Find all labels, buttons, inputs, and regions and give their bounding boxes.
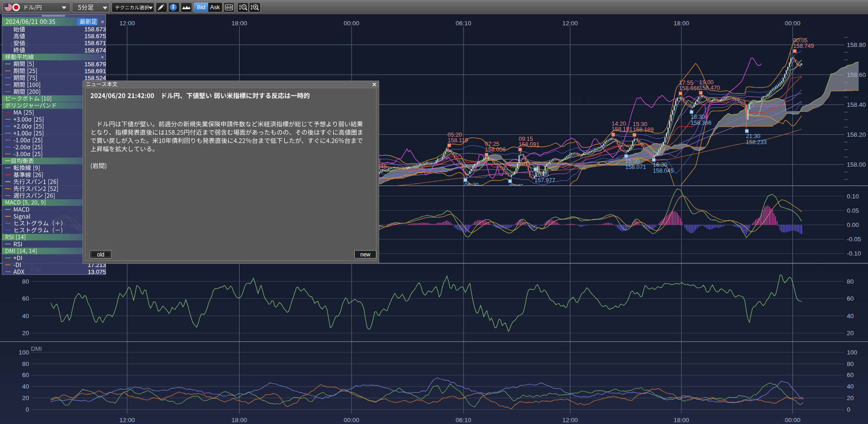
svg-text:0: 0 — [847, 406, 850, 413]
svg-text:158.091: 158.091 — [519, 141, 540, 148]
svg-text:158.674: 158.674 — [84, 47, 106, 54]
svg-text:158.60: 158.60 — [847, 71, 866, 78]
svg-text:158.056: 158.056 — [485, 146, 506, 153]
svg-text:0.10: 0.10 — [847, 193, 859, 200]
svg-text:158.233: 158.233 — [746, 139, 767, 145]
svg-text:158.40: 158.40 — [847, 101, 866, 108]
svg-text:40: 40 — [847, 383, 854, 390]
svg-text:-0.05: -0.05 — [847, 236, 861, 243]
svg-text:18:30: 18:30 — [691, 114, 705, 120]
svg-text:06:10: 06:10 — [456, 20, 471, 27]
svg-text:158.071: 158.071 — [625, 164, 646, 170]
svg-text:158.466: 158.466 — [679, 85, 700, 92]
svg-text:12:00: 12:00 — [119, 20, 135, 27]
svg-text:16:30: 16:30 — [653, 162, 667, 168]
svg-text:158.673: 158.673 — [84, 26, 106, 33]
svg-text:18:00: 18:00 — [232, 417, 247, 424]
svg-text:60: 60 — [847, 372, 854, 378]
svg-text:158.470: 158.470 — [699, 85, 720, 91]
svg-text:60: 60 — [22, 372, 29, 378]
svg-text:0.00: 0.00 — [847, 221, 859, 228]
svg-text:80: 80 — [22, 360, 29, 367]
svg-text:-0.10: -0.10 — [847, 250, 861, 257]
svg-text:00:00: 00:00 — [344, 20, 359, 27]
svg-text:00:00: 00:00 — [785, 20, 801, 27]
svg-text:20: 20 — [847, 395, 854, 401]
svg-text:18:00: 18:00 — [674, 20, 689, 27]
svg-text:158.119: 158.119 — [448, 137, 468, 144]
svg-text:15:00: 15:00 — [625, 158, 639, 164]
svg-text:158.366: 158.366 — [691, 120, 711, 126]
svg-text:0.05: 0.05 — [847, 207, 859, 214]
svg-text:10:05: 10:05 — [534, 171, 549, 178]
svg-text:06:10: 06:10 — [456, 417, 471, 424]
svg-text:20: 20 — [847, 330, 854, 337]
svg-text:60: 60 — [22, 295, 29, 302]
svg-text:40: 40 — [22, 313, 29, 319]
svg-text:13.075: 13.075 — [88, 268, 106, 275]
svg-text:158.671: 158.671 — [84, 40, 106, 46]
svg-text:0: 0 — [25, 406, 29, 413]
svg-text:60: 60 — [847, 295, 854, 302]
svg-text:12:00: 12:00 — [119, 417, 135, 424]
svg-text:00:00: 00:00 — [785, 417, 801, 424]
svg-text:DMI: DMI — [31, 345, 42, 352]
svg-text:158.191: 158.191 — [612, 126, 633, 133]
svg-text:12:00: 12:00 — [563, 20, 578, 27]
svg-text:158.20: 158.20 — [847, 131, 866, 138]
svg-text:40: 40 — [847, 313, 854, 319]
svg-text:80: 80 — [847, 360, 854, 367]
svg-text:158.80: 158.80 — [847, 41, 866, 48]
svg-text:158.749: 158.749 — [793, 43, 814, 49]
svg-text:100: 100 — [847, 349, 857, 356]
svg-text:×: × — [101, 19, 104, 25]
svg-text:158.691: 158.691 — [84, 68, 106, 75]
svg-text:80: 80 — [22, 278, 29, 285]
svg-text:21:30: 21:30 — [746, 133, 760, 139]
svg-text:18:00: 18:00 — [674, 417, 689, 424]
svg-text:100: 100 — [18, 349, 29, 356]
svg-text:158.045: 158.045 — [653, 168, 674, 174]
svg-text:new: new — [360, 251, 370, 258]
svg-text:40: 40 — [22, 383, 29, 390]
svg-text:158.675: 158.675 — [84, 33, 106, 40]
svg-text:157.977: 157.977 — [534, 177, 555, 184]
svg-text:158.189: 158.189 — [633, 127, 654, 133]
svg-text:158.679: 158.679 — [84, 61, 106, 68]
svg-text:20: 20 — [22, 330, 29, 337]
svg-text:20: 20 — [22, 395, 29, 401]
svg-text:12:00: 12:00 — [563, 417, 578, 424]
svg-text:×: × — [101, 54, 104, 60]
svg-text:18:00: 18:00 — [232, 20, 247, 27]
svg-text:80: 80 — [847, 278, 854, 285]
svg-text:00:00: 00:00 — [344, 417, 359, 424]
svg-text:158.00: 158.00 — [847, 161, 866, 168]
